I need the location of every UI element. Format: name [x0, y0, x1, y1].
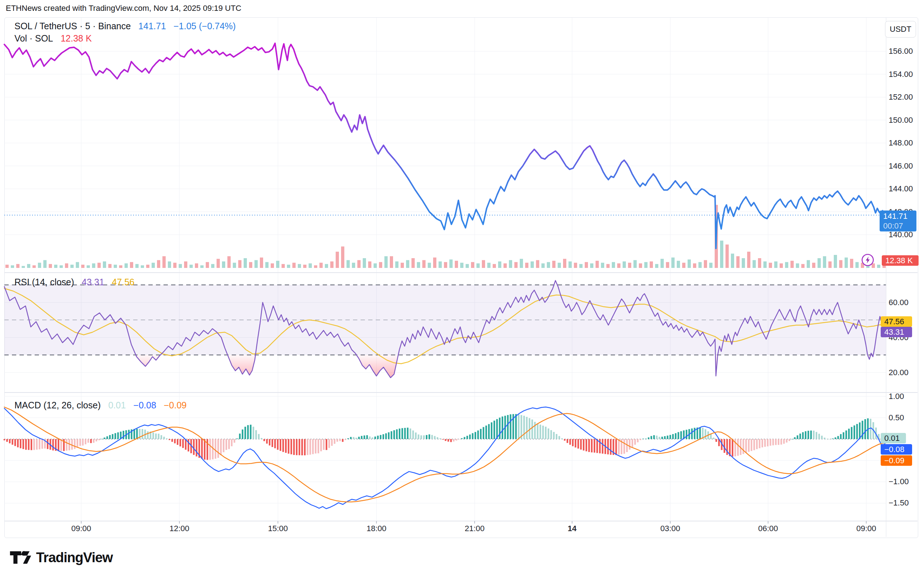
macd-line-axis-label: −0.08 [881, 444, 912, 455]
tradingview-wordmark: TradingView [36, 550, 112, 566]
time-axis-label: 09:00 [65, 524, 98, 533]
volume-value: 12.38 K [61, 33, 92, 44]
rsi-value: 43.31 [82, 277, 104, 287]
time-axis-label: 21:00 [458, 524, 491, 533]
macd-legend: MACD (12, 26, close) 0.01 −0.08 −0.09 [14, 400, 192, 411]
rsi-axis-label: 43.31 [881, 327, 912, 337]
time-axis[interactable]: 09:0012:0015:0018:0021:001403:0006:0009:… [4, 521, 886, 537]
macd-signal-axis-label: −0.09 [881, 455, 912, 466]
tradingview-logo-icon [10, 550, 32, 566]
macd-hist-value: 0.01 [108, 400, 126, 410]
volume-axis-label: 12.38 K [882, 255, 919, 266]
rsi-title[interactable]: RSI (14, close) [14, 277, 74, 287]
quick-trade-button[interactable] [861, 253, 874, 266]
header-note: ETHNews created with TradingView.com, No… [6, 3, 241, 13]
macd-hist-axis-label: 0.01 [881, 433, 906, 443]
countdown-timer: 00:07 [883, 221, 916, 231]
last-price-label: 141.71 00:07 [880, 211, 916, 232]
time-axis-label: 03:00 [654, 524, 686, 533]
lightning-icon [861, 253, 874, 266]
price-legend: SOL / TetherUS · 5 · Binance 141.71 −1.0… [14, 21, 241, 31]
tradingview-attribution[interactable]: TradingView [10, 550, 112, 566]
volume-legend: Vol · SOL 12.38 K [14, 33, 97, 44]
macd-signal-value: −0.09 [164, 400, 186, 410]
price-change-value: −1.05 (−0.74%) [174, 21, 236, 31]
chart-widget [4, 17, 918, 538]
macd-line-value: −0.08 [133, 400, 156, 410]
time-axis-label: 06:00 [752, 524, 784, 533]
time-axis-label: 14 [556, 524, 588, 533]
rsi-ma-value: 47.56 [112, 277, 135, 287]
last-price-label-price: 141.71 [883, 211, 907, 221]
time-axis-label: 09:00 [850, 524, 882, 533]
rsi-ma-axis-label: 47.56 [881, 316, 912, 327]
last-price-value: 141.71 [138, 21, 166, 31]
time-axis-label: 15:00 [262, 524, 294, 533]
symbol-title[interactable]: SOL / TetherUS · 5 · Binance [14, 21, 131, 31]
macd-title[interactable]: MACD (12, 26, close) [14, 400, 101, 410]
currency-toggle-button[interactable]: USDT [885, 21, 916, 37]
volume-title[interactable]: Vol · SOL [14, 33, 53, 44]
time-axis-label: 18:00 [360, 524, 393, 533]
rsi-legend: RSI (14, close) 43.31 47.56 [14, 277, 139, 287]
time-axis-label: 12:00 [163, 524, 196, 533]
